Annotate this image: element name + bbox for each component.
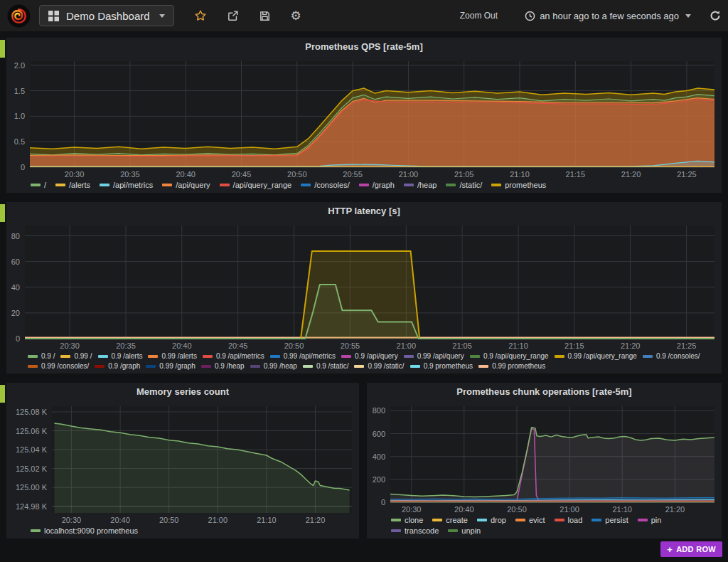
legend-item[interactable]: /alerts [55, 181, 90, 189]
legend-item[interactable]: 0.99 /api/query_range [555, 352, 637, 360]
dashboard-picker[interactable]: Demo Dashboard [39, 5, 174, 26]
chart-chunk-operations[interactable]: 20:3020:4020:5021:0021:1021:200200400600… [367, 401, 722, 515]
legend-swatch [250, 365, 260, 368]
share-button[interactable] [227, 10, 239, 22]
legend-item[interactable]: 0.9 /graph [95, 362, 140, 370]
plus-icon: + [667, 544, 673, 555]
time-picker-button[interactable]: an hour ago to a few seconds ago [520, 10, 695, 22]
svg-text:21:20: 21:20 [306, 516, 326, 524]
svg-text:125.02 K: 125.02 K [16, 465, 48, 473]
legend-item[interactable]: 0.99 /api/query [404, 352, 464, 360]
settings-button[interactable]: ⚙ [291, 10, 301, 22]
zoom-out-button[interactable]: Zoom Out [456, 10, 502, 21]
share-icon [227, 10, 239, 22]
legend-label: persist [605, 516, 628, 524]
legend-item[interactable]: localhost:9090 prometheus [31, 526, 138, 535]
legend-item[interactable]: 0.9 /static/ [303, 362, 349, 370]
svg-text:0.5: 0.5 [14, 137, 25, 146]
legend-item[interactable]: unpin [448, 526, 481, 535]
chart-prometheus-qps[interactable]: 20:3020:3520:4020:4520:5020:5521:0021:05… [6, 55, 722, 180]
legend-item[interactable]: 0.99 /graph [146, 362, 196, 370]
legend-item[interactable]: drop [477, 516, 506, 524]
legend-item[interactable]: 0.99 /alerts [148, 352, 196, 360]
chart-http-latency[interactable]: 20:3020:3520:4020:4520:5020:5521:0021:05… [6, 220, 722, 351]
grafana-logo-icon[interactable] [7, 4, 31, 28]
legend-label: 0.9 /api/query [355, 352, 398, 360]
chart-svg: 20:3020:3520:4020:4520:5020:5521:0021:05… [6, 55, 722, 180]
legend-latency: 0.9 /0.99 /0.9 /alerts0.99 /alerts0.9 /a… [6, 351, 722, 373]
gear-icon: ⚙ [291, 10, 301, 22]
save-button[interactable] [259, 10, 271, 22]
legend-label: /static/ [459, 181, 482, 189]
legend-item[interactable]: clone [391, 516, 423, 524]
legend-item[interactable]: /api/metrics [100, 181, 153, 189]
legend-swatch [515, 519, 525, 521]
legend-item[interactable]: prometheus [491, 181, 546, 189]
legend-item[interactable]: 0.9 /heap [201, 362, 245, 370]
legend-item[interactable]: 0.9 /api/metrics [203, 352, 264, 360]
svg-text:21:00: 21:00 [399, 170, 419, 179]
legend-label: pin [651, 516, 662, 524]
legend-item[interactable]: 0.99 /heap [250, 362, 297, 370]
svg-text:0: 0 [381, 498, 385, 507]
svg-text:20: 20 [11, 309, 20, 317]
svg-text:20:30: 20:30 [62, 516, 82, 524]
row-collapse-tab[interactable] [0, 40, 5, 58]
legend-item[interactable]: /heap [404, 181, 437, 189]
row-collapse-tab[interactable] [0, 204, 5, 222]
legend-item[interactable]: 0.99 /consoles/ [28, 362, 89, 370]
legend-item[interactable]: transcode [391, 526, 439, 535]
svg-text:21:20: 21:20 [665, 505, 685, 514]
legend-item[interactable]: /consoles/ [301, 181, 350, 189]
panel-title[interactable]: HTTP latency [s] [6, 202, 722, 220]
legend-item[interactable]: 0.9 / [28, 352, 55, 360]
legend-swatch [148, 355, 158, 358]
legend-item[interactable]: 0.9 /api/query_range [470, 352, 549, 360]
legend-item[interactable]: 0.99 /api/metrics [270, 352, 336, 360]
legend-item[interactable]: 0.9 /api/query [341, 352, 398, 360]
svg-text:21:05: 21:05 [452, 341, 472, 350]
legend-item[interactable]: create [432, 516, 468, 524]
legend-item[interactable]: load [555, 516, 583, 524]
legend-item[interactable]: persist [592, 516, 628, 524]
panel-chunk-operations: Prometheus chunk operations [rate-5m] 20… [367, 383, 722, 539]
navbar: Demo Dashboard ⚙ Zoom Out [0, 0, 728, 31]
legend-swatch [31, 529, 41, 532]
chart-memory-series[interactable]: 20:3020:4020:5021:0021:1021:20124.98 K12… [6, 401, 359, 526]
legend-item[interactable]: evict [515, 516, 545, 524]
legend-swatch [477, 519, 487, 521]
add-row-button[interactable]: + ADD ROW [660, 541, 722, 557]
legend-item[interactable]: 0.9 /alerts [98, 352, 143, 360]
legend-item[interactable]: /static/ [446, 181, 482, 189]
legend-swatch [303, 365, 313, 368]
legend-item[interactable]: 0.99 /static/ [354, 362, 404, 370]
star-button[interactable] [194, 9, 207, 22]
caret-down-icon [159, 14, 165, 18]
svg-text:0: 0 [16, 334, 20, 343]
legend-item[interactable]: 0.99 prometheus [478, 362, 545, 370]
grid-icon [48, 11, 59, 21]
star-icon [194, 9, 207, 22]
legend-item[interactable]: / [31, 181, 46, 189]
svg-text:21:00: 21:00 [560, 505, 579, 514]
legend-label: /api/query_range [233, 181, 292, 189]
legend-item[interactable]: 0.9 /consoles/ [643, 352, 700, 360]
dashboard-body: Prometheus QPS [rate-5m] 20:3020:3520:40… [0, 31, 728, 539]
legend-item[interactable]: 0.99 / [60, 352, 92, 360]
refresh-button[interactable] [710, 10, 721, 21]
svg-text:80: 80 [11, 232, 20, 240]
row-collapse-tab[interactable] [0, 385, 5, 403]
svg-text:600: 600 [373, 430, 385, 438]
panel-title[interactable]: Prometheus QPS [rate-5m] [6, 38, 722, 55]
svg-text:21:25: 21:25 [677, 170, 697, 179]
legend-item[interactable]: /api/query [162, 181, 210, 189]
legend-item[interactable]: 0.9 prometheus [410, 362, 473, 370]
legend-item[interactable]: pin [638, 516, 662, 524]
svg-text:20:35: 20:35 [116, 341, 136, 350]
legend-swatch [341, 355, 351, 358]
panel-title[interactable]: Memory series count [6, 383, 359, 401]
legend-item[interactable]: /api/query_range [220, 181, 292, 189]
legend-item[interactable]: /graph [359, 181, 395, 189]
panel-title[interactable]: Prometheus chunk operations [rate-5m] [367, 383, 722, 401]
svg-text:21:20: 21:20 [621, 341, 641, 350]
